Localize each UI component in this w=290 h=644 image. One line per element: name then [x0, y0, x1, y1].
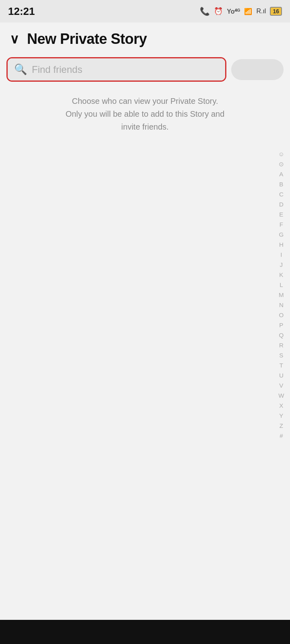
alpha-z[interactable]: Z	[278, 421, 285, 430]
alpha-n[interactable]: N	[278, 300, 285, 310]
status-time: 12:21	[8, 5, 35, 18]
alpha-g[interactable]: G	[278, 230, 286, 239]
page-title: New Private Story	[27, 31, 147, 47]
description-text: Choose who can view your Private Story. …	[0, 88, 290, 146]
search-icon: 🔍	[14, 63, 27, 76]
phone-icon: 📞	[200, 6, 210, 16]
description-line3: invite friends.	[121, 122, 169, 131]
alpha-r[interactable]: R	[278, 341, 285, 350]
alpha-a[interactable]: A	[278, 169, 285, 179]
alpha-c[interactable]: C	[278, 190, 285, 199]
search-placeholder: Find friends	[32, 64, 82, 75]
alpha-p[interactable]: P	[278, 320, 285, 330]
alpha-hash[interactable]: #	[278, 431, 284, 440]
alpha-k[interactable]: K	[278, 270, 285, 279]
alpha-i[interactable]: I	[279, 250, 284, 259]
description-line2: Only you will be able to add to this Sto…	[66, 109, 225, 118]
search-input-row[interactable]: 🔍 Find friends	[8, 58, 225, 80]
alpha-e[interactable]: E	[278, 210, 285, 219]
alpha-v[interactable]: V	[278, 381, 285, 390]
alpha-u[interactable]: U	[278, 371, 285, 380]
alpha-emoji-icon[interactable]: ☺	[277, 149, 286, 159]
alpha-w[interactable]: W	[277, 391, 286, 400]
alarm-icon: ⏰	[214, 7, 223, 16]
main-content: ☺ ⊙ A B C D E F G H I J K L M N O P Q R …	[0, 146, 290, 620]
alpha-x[interactable]: X	[278, 401, 285, 410]
alpha-b[interactable]: B	[278, 180, 285, 189]
alpha-recent-icon[interactable]: ⊙	[277, 159, 286, 169]
header: ∨ New Private Story	[0, 23, 290, 54]
alpha-l[interactable]: L	[278, 280, 284, 289]
alpha-d[interactable]: D	[278, 200, 285, 209]
alpha-h[interactable]: H	[278, 240, 285, 249]
status-right-icons: 📞 ⏰ Yo⁴ᴳ 📶 R.ıl 16	[200, 6, 282, 16]
alphabet-index: ☺ ⊙ A B C D E F G H I J K L M N O P Q R …	[277, 146, 286, 440]
alpha-f[interactable]: F	[278, 220, 285, 229]
signal-bars: 📶	[244, 8, 252, 15]
bottom-nav-bar	[0, 620, 290, 644]
battery-badge: 16	[270, 7, 282, 16]
network-icon: Yo⁴ᴳ	[227, 8, 240, 15]
alpha-j[interactable]: J	[278, 260, 285, 269]
search-area: 🔍 Find friends	[0, 54, 290, 88]
description-line1: Choose who can view your Private Story.	[72, 97, 218, 105]
status-bar: 12:21 📞 ⏰ Yo⁴ᴳ 📶 R.ıl 16	[0, 0, 290, 23]
battery-indicator: R.ıl	[256, 8, 266, 15]
alpha-o[interactable]: O	[278, 310, 286, 320]
alpha-s[interactable]: S	[278, 351, 285, 360]
filter-pill[interactable]	[231, 59, 284, 80]
alpha-m[interactable]: M	[277, 290, 286, 299]
back-button[interactable]: ∨	[10, 31, 19, 47]
alpha-y[interactable]: Y	[278, 411, 285, 420]
alpha-t[interactable]: T	[278, 361, 285, 370]
alpha-q[interactable]: Q	[278, 330, 286, 340]
search-input-wrapper[interactable]: 🔍 Find friends	[6, 57, 226, 82]
